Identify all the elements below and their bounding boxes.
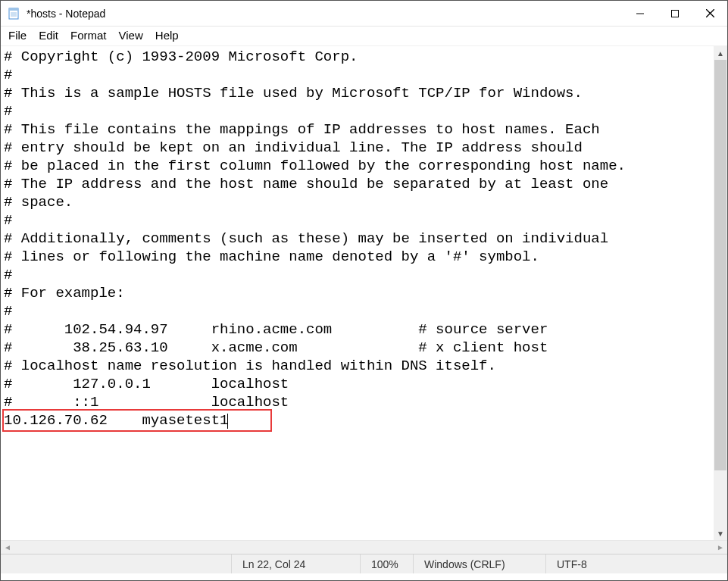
status-encoding: UTF-8: [545, 554, 727, 573]
editor-line: # space.: [4, 193, 711, 211]
editor-line: # 127.0.0.1 localhost: [4, 375, 711, 393]
window-title: *hosts - Notepad: [27, 8, 623, 20]
editor-line: # 38.25.63.10 x.acme.com # x client host: [4, 339, 711, 357]
svg-rect-6: [672, 10, 679, 17]
vertical-scrollbar[interactable]: ▲ ▼: [714, 46, 727, 540]
horizontal-scrollbar[interactable]: ◄ ►: [1, 540, 727, 554]
svg-rect-1: [9, 8, 18, 11]
editor-line: # entry should be kept on an individual …: [4, 139, 711, 157]
editor-line: # lines or following the machine name de…: [4, 248, 711, 266]
editor-line: #: [4, 302, 711, 320]
menu-bar: File Edit Format View Help: [1, 27, 727, 46]
status-cursor: Ln 22, Col 24: [231, 554, 360, 573]
editor-line: #: [4, 211, 711, 230]
status-zoom: 100%: [360, 554, 413, 573]
menu-help[interactable]: Help: [151, 28, 183, 42]
status-bar: Ln 22, Col 24 100% Windows (CRLF) UTF-8: [1, 554, 727, 573]
text-caret: [227, 414, 228, 429]
window-controls: [623, 1, 727, 27]
minimize-button[interactable]: [623, 1, 658, 27]
editor-line: # be placed in the first column followed…: [4, 157, 711, 175]
editor-line: # Additionally, comments (such as these)…: [4, 230, 711, 248]
scroll-down-icon[interactable]: ▼: [714, 526, 727, 540]
editor-line: 10.126.70.62 myasetest1: [4, 411, 711, 430]
menu-format[interactable]: Format: [66, 28, 111, 42]
menu-edit[interactable]: Edit: [34, 28, 63, 42]
hscroll-track[interactable]: [14, 541, 714, 554]
editor-line: #: [4, 266, 711, 284]
editor-line: # ::1 localhost: [4, 393, 711, 411]
status-line-ending: Windows (CRLF): [413, 554, 545, 573]
editor-line: # This file contains the mappings of IP …: [4, 120, 711, 139]
editor-line: # For example:: [4, 284, 711, 302]
menu-file[interactable]: File: [4, 28, 31, 42]
title-bar: *hosts - Notepad: [1, 1, 727, 27]
scroll-track[interactable]: [714, 60, 727, 526]
editor-line: # This is a sample HOSTS file used by Mi…: [4, 84, 711, 102]
menu-view[interactable]: View: [114, 28, 148, 42]
editor-line: # The IP address and the host name shoul…: [4, 175, 711, 193]
close-button[interactable]: [692, 1, 727, 27]
scroll-right-icon[interactable]: ►: [714, 541, 727, 554]
editor-line: # 102.54.94.97 rhino.acme.com # source s…: [4, 320, 711, 339]
scroll-up-icon[interactable]: ▲: [714, 46, 727, 60]
editor-line: # Copyright (c) 1993-2009 Microsoft Corp…: [4, 48, 711, 66]
text-editor[interactable]: # Copyright (c) 1993-2009 Microsoft Corp…: [1, 46, 714, 540]
editor-line: #: [4, 102, 711, 120]
notepad-icon: [7, 7, 20, 20]
editor-line: # localhost name resolution is handled w…: [4, 357, 711, 375]
maximize-button[interactable]: [658, 1, 692, 27]
scroll-left-icon[interactable]: ◄: [1, 541, 14, 554]
editor-area-wrap: # Copyright (c) 1993-2009 Microsoft Corp…: [1, 46, 727, 540]
editor-line: #: [4, 66, 711, 84]
scroll-thumb[interactable]: [714, 60, 726, 470]
